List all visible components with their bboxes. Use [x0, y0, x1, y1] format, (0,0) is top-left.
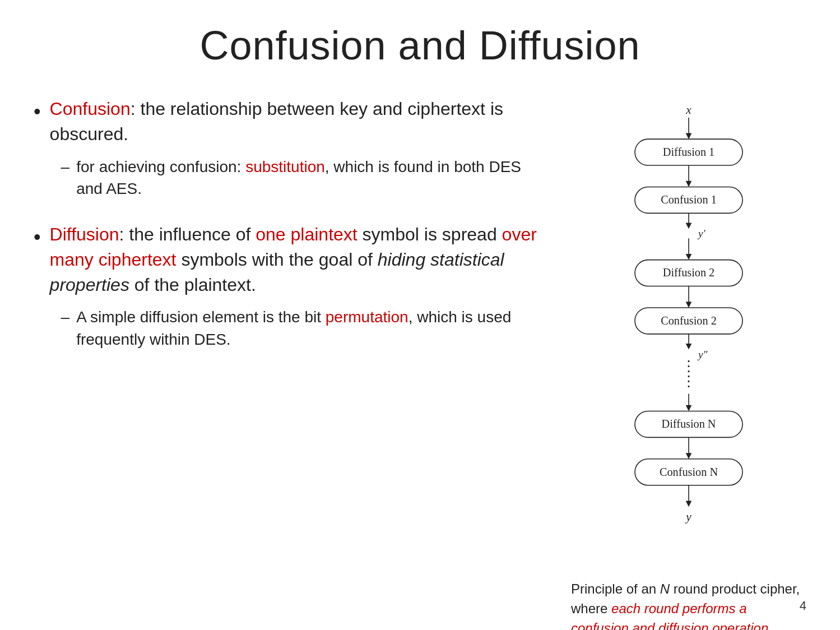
svg-marker-13	[686, 254, 692, 260]
bullet-dot-2: •	[34, 223, 41, 251]
diffusion-label: Diffusion	[50, 224, 119, 244]
svg-text:⋮: ⋮	[681, 373, 696, 389]
svg-marker-21	[686, 344, 692, 350]
svg-text:Confusion N: Confusion N	[660, 466, 718, 478]
bullet-item-confusion: • Confusion: the relationship between ke…	[34, 96, 537, 206]
sub-dash-1: –	[61, 156, 70, 178]
svg-marker-30	[686, 453, 692, 459]
bullet-1-text: Confusion: the relationship between key …	[50, 96, 537, 206]
bullet-list: • Confusion: the relationship between ke…	[34, 96, 537, 357]
diagram-container: x Diffusion 1 Confusion 1	[571, 102, 806, 630]
one-plaintext-label: one plaintext	[256, 224, 357, 244]
sub-text-1: for achieving confusion: substitution, w…	[76, 156, 537, 200]
left-content: • Confusion: the relationship between ke…	[34, 96, 549, 630]
svg-marker-26	[686, 405, 692, 411]
svg-marker-17	[686, 302, 692, 308]
svg-text:Diffusion 2: Diffusion 2	[663, 266, 714, 279]
diagram-svg: x Diffusion 1 Confusion 1	[599, 102, 778, 568]
sub-text-2: A simple diffusion element is the bit pe…	[76, 306, 537, 350]
substitution-label: substitution	[245, 158, 325, 175]
svg-text:Diffusion 1: Diffusion 1	[663, 146, 714, 158]
slide-title: Confusion and Diffusion	[34, 22, 806, 68]
svg-text:y: y	[685, 510, 692, 524]
confusion-label: Confusion	[50, 99, 131, 119]
page-number: 4	[800, 599, 806, 613]
right-content: x Diffusion 1 Confusion 1	[571, 96, 806, 630]
sub-item-diffusion-1: – A simple diffusion element is the bit …	[61, 306, 537, 350]
diagram-caption: Principle of an N round product cipher, …	[571, 580, 806, 630]
svg-marker-2	[686, 133, 692, 139]
content-area: • Confusion: the relationship between ke…	[34, 96, 806, 630]
svg-text:x: x	[685, 103, 692, 117]
svg-text:Diffusion N: Diffusion N	[662, 418, 716, 430]
svg-text:y″: y″	[697, 349, 708, 360]
bullet-dot-1: •	[34, 98, 41, 126]
svg-marker-10	[686, 223, 692, 229]
svg-text:Confusion 2: Confusion 2	[661, 314, 717, 327]
svg-text:⋮: ⋮	[681, 358, 696, 374]
permutation-label: permutation	[326, 308, 409, 326]
svg-text:y′: y′	[697, 228, 706, 239]
svg-text:Confusion 1: Confusion 1	[661, 193, 717, 206]
sub-list-2: – A simple diffusion element is the bit …	[61, 306, 537, 350]
sub-item-confusion-1: – for achieving confusion: substitution,…	[61, 156, 537, 200]
sub-dash-2: –	[61, 306, 70, 328]
bullet-item-diffusion: • Diffusion: the influence of one plaint…	[34, 222, 537, 357]
sub-list-1: – for achieving confusion: substitution,…	[61, 156, 537, 200]
slide: Confusion and Diffusion • Confusion: the…	[0, 0, 840, 630]
svg-marker-6	[686, 181, 692, 187]
svg-marker-34	[686, 501, 692, 507]
bullet-2-text: Diffusion: the influence of one plaintex…	[50, 222, 537, 357]
